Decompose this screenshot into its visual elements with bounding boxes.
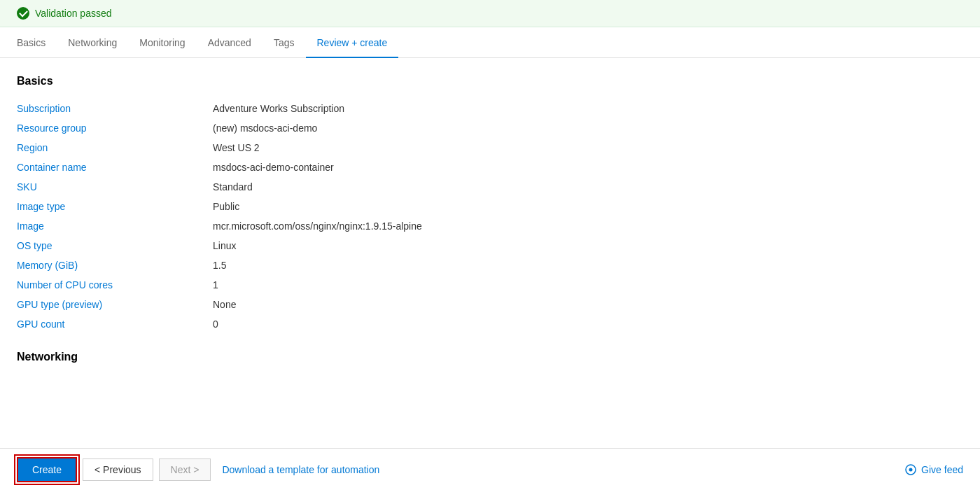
table-row: Region West US 2 xyxy=(17,138,963,158)
validation-banner: Validation passed xyxy=(0,0,980,27)
validation-status-text: Validation passed xyxy=(35,8,111,19)
tab-networking[interactable]: Networking xyxy=(57,27,128,58)
basics-section-heading: Basics xyxy=(17,75,963,88)
value-cpu-cores: 1 xyxy=(213,279,218,290)
table-row: SKU Standard xyxy=(17,177,963,197)
previous-button[interactable]: < Previous xyxy=(83,458,153,481)
label-image-type: Image type xyxy=(17,201,213,212)
action-bar: Create < Previous Next > Download a temp… xyxy=(0,448,980,490)
table-row: Resource group (new) msdocs-aci-demo xyxy=(17,118,963,138)
label-gpu-type: GPU type (preview) xyxy=(17,299,213,310)
tab-advanced[interactable]: Advanced xyxy=(197,27,262,58)
value-resource-group: (new) msdocs-aci-demo xyxy=(213,122,317,134)
next-button: Next > xyxy=(159,458,211,481)
download-template-link[interactable]: Download a template for automation xyxy=(222,464,379,475)
label-sku: SKU xyxy=(17,181,213,192)
label-resource-group: Resource group xyxy=(17,122,213,134)
tab-basics[interactable]: Basics xyxy=(17,27,57,58)
tab-tags[interactable]: Tags xyxy=(262,27,306,58)
table-row: Number of CPU cores 1 xyxy=(17,275,963,295)
label-memory: Memory (GiB) xyxy=(17,260,213,271)
networking-section-heading: Networking xyxy=(17,351,963,363)
value-gpu-type: None xyxy=(213,299,236,310)
feedback-icon xyxy=(904,463,917,476)
tab-review-create[interactable]: Review + create xyxy=(306,27,399,58)
label-container-name: Container name xyxy=(17,162,213,173)
value-region: West US 2 xyxy=(213,142,260,153)
label-gpu-count: GPU count xyxy=(17,318,213,330)
value-memory: 1.5 xyxy=(213,260,226,271)
tabs-container: Basics Networking Monitoring Advanced Ta… xyxy=(0,27,980,58)
table-row: GPU type (preview) None xyxy=(17,295,963,314)
label-subscription: Subscription xyxy=(17,103,213,114)
table-row: Image type Public xyxy=(17,197,963,216)
table-row: Subscription Adventure Works Subscriptio… xyxy=(17,99,963,118)
networking-section: Networking xyxy=(17,351,963,363)
main-content: Basics Subscription Adventure Works Subs… xyxy=(0,58,980,445)
value-os-type: Linux xyxy=(213,240,236,251)
label-region: Region xyxy=(17,142,213,153)
label-image: Image xyxy=(17,220,213,232)
table-row: Memory (GiB) 1.5 xyxy=(17,255,963,275)
table-row: Image mcr.microsoft.com/oss/nginx/nginx:… xyxy=(17,216,963,236)
table-row: Container name msdocs-aci-demo-container xyxy=(17,158,963,177)
label-cpu-cores: Number of CPU cores xyxy=(17,279,213,290)
value-image: mcr.microsoft.com/oss/nginx/nginx:1.9.15… xyxy=(213,220,422,232)
tab-monitoring[interactable]: Monitoring xyxy=(128,27,196,58)
value-subscription: Adventure Works Subscription xyxy=(213,103,344,114)
table-row: GPU count 0 xyxy=(17,314,963,334)
value-image-type: Public xyxy=(213,201,239,212)
value-container-name: msdocs-aci-demo-container xyxy=(213,162,334,173)
value-sku: Standard xyxy=(213,181,253,192)
svg-point-1 xyxy=(909,468,913,471)
feedback-label: Give feed xyxy=(921,464,963,475)
give-feedback-button[interactable]: Give feed xyxy=(904,463,963,476)
basics-rows: Subscription Adventure Works Subscriptio… xyxy=(17,99,963,334)
table-row: OS type Linux xyxy=(17,236,963,255)
label-os-type: OS type xyxy=(17,240,213,251)
value-gpu-count: 0 xyxy=(213,318,218,330)
check-circle-icon xyxy=(17,7,29,20)
create-button[interactable]: Create xyxy=(17,457,77,482)
